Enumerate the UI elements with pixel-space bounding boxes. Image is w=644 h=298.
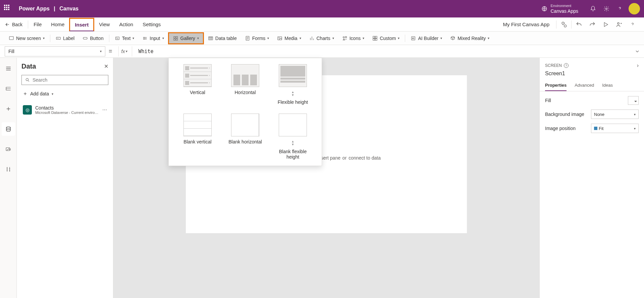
gallery-dropdown: › › › Vertical Horizontal ▲▼ Flexible he… [168,58,322,166]
help-icon[interactable] [626,18,639,31]
screen-name[interactable]: Screen1 [540,71,644,80]
fill-color-picker[interactable] [628,96,639,105]
menu-view[interactable]: View [94,18,114,30]
plus-icon [23,91,28,96]
tools-rail-icon[interactable] [2,163,15,176]
custom-icon [372,36,378,41]
search-box[interactable] [21,75,108,85]
tab-ideas[interactable]: Ideas [602,80,613,91]
custom-button[interactable]: Custom ▾ [368,33,404,43]
input-button[interactable]: Input ▾ [138,33,168,43]
ai-builder-label: AI Builder [418,36,438,41]
mixed-reality-button[interactable]: Mixed Reality ▾ [446,33,493,43]
gallery-thumb-vertical: › › › [183,64,212,87]
text-button[interactable]: Text ▾ [111,33,139,43]
body: Data ✕ Add data ▾ ◎ Contacts Microsoft D… [0,58,644,298]
gallery-option-blank-horizontal[interactable]: Blank horizontal [224,114,266,160]
svg-rect-10 [174,39,175,40]
gallery-option-blank-vertical[interactable]: Blank vertical [177,114,218,160]
forms-button[interactable]: Forms ▾ [241,33,273,43]
gallery-option-label: Blank horizontal [228,139,262,144]
undo-icon[interactable] [572,18,586,31]
chevron-down-icon: ▾ [132,36,134,40]
gallery-option-horizontal[interactable]: Horizontal [224,64,266,105]
search-input[interactable] [33,77,105,83]
svg-rect-18 [373,36,375,38]
more-icon[interactable]: ⋯ [102,107,107,113]
insert-plus-icon[interactable] [2,102,15,116]
svg-point-15 [279,37,279,38]
hamburger-icon[interactable] [2,62,15,75]
app-checker-icon[interactable] [557,18,571,31]
fx-label[interactable]: fx ▾ [121,49,127,54]
media-button[interactable]: Media ▾ [273,33,305,43]
help-icon[interactable] [613,2,627,15]
ai-builder-button[interactable]: AI Builder ▾ [407,33,446,43]
menu-file[interactable]: File [29,18,46,30]
svg-rect-9 [176,36,177,38]
data-icon[interactable] [2,122,15,136]
mixed-reality-label: Mixed Reality [458,36,486,41]
svg-rect-4 [9,36,13,39]
table-icon [208,36,213,41]
bg-image-label: Background image [545,112,584,117]
datasource-item[interactable]: ◎ Contacts Microsoft Dataverse - Current… [21,102,108,117]
gallery-option-vertical[interactable]: › › › Vertical [177,64,218,105]
tree-view-icon[interactable] [2,82,15,95]
property-dropdown[interactable]: Fill ▾ [5,46,105,56]
chevron-right-icon[interactable]: › [637,62,639,69]
environment-picker[interactable]: Environment Canvas Apps [541,3,579,14]
charts-icon [309,36,315,41]
gallery-option-label: Vertical [190,90,205,95]
gallery-option-blank-flexible[interactable]: ▲▼ Blank flexible height [272,114,314,160]
data-table-button[interactable]: Data table [204,33,241,43]
connect-to-data-link[interactable]: connect to data [348,155,381,161]
bg-image-select[interactable]: None ▾ [591,110,639,119]
add-data-button[interactable]: Add data ▾ [21,89,108,98]
left-rail [0,58,17,298]
charts-button[interactable]: Charts ▾ [305,33,338,43]
back-button[interactable]: Back [5,22,22,27]
img-pos-value: Fit [599,126,603,131]
media-rail-icon[interactable] [2,142,15,156]
close-icon[interactable]: ✕ [104,63,108,70]
menu-action[interactable]: Action [114,18,138,30]
menu-home[interactable]: Home [46,18,69,30]
settings-gear-icon[interactable] [600,2,613,15]
button-button[interactable]: Button [78,33,107,43]
info-icon[interactable]: ? [564,63,569,68]
play-preview-icon[interactable] [599,18,612,31]
gallery-button[interactable]: Gallery ▾ [168,32,204,44]
img-pos-select[interactable]: Fit ▾ [591,124,639,133]
svg-rect-7 [115,37,119,40]
new-screen-button[interactable]: New screen ▾ [5,33,49,43]
button-label: Button [90,36,103,41]
notifications-icon[interactable] [586,2,600,15]
charts-label: Charts [317,36,330,41]
label-button[interactable]: Label [52,33,78,43]
menu-settings[interactable]: Settings [138,18,165,30]
redo-icon[interactable] [586,18,599,31]
menu-divider [28,20,28,29]
menu-insert[interactable]: Insert [69,18,94,31]
chevron-down-icon: ▾ [162,36,164,40]
formula-input[interactable]: White [135,48,631,54]
tab-advanced[interactable]: Advanced [575,80,594,91]
svg-rect-20 [373,38,375,40]
tab-properties[interactable]: Properties [545,80,567,91]
ribbon-divider [405,35,405,42]
icons-button[interactable]: Icons ▾ [338,33,368,43]
formula-expand-icon[interactable] [631,49,644,54]
data-pane: Data ✕ Add data ▾ ◎ Contacts Microsoft D… [17,58,113,298]
fill-label: Fill [545,98,551,103]
waffle-menu-icon[interactable] [4,5,12,13]
svg-point-2 [564,25,567,27]
brand-left[interactable]: Power Apps [19,6,50,11]
screen-icon [9,36,14,41]
user-avatar[interactable] [629,3,640,14]
svg-rect-11 [176,39,177,40]
svg-rect-22 [412,36,415,40]
gallery-option-flexible-height[interactable]: ▲▼ Flexible height [272,64,314,105]
share-icon[interactable] [612,18,626,31]
svg-rect-6 [83,37,87,39]
